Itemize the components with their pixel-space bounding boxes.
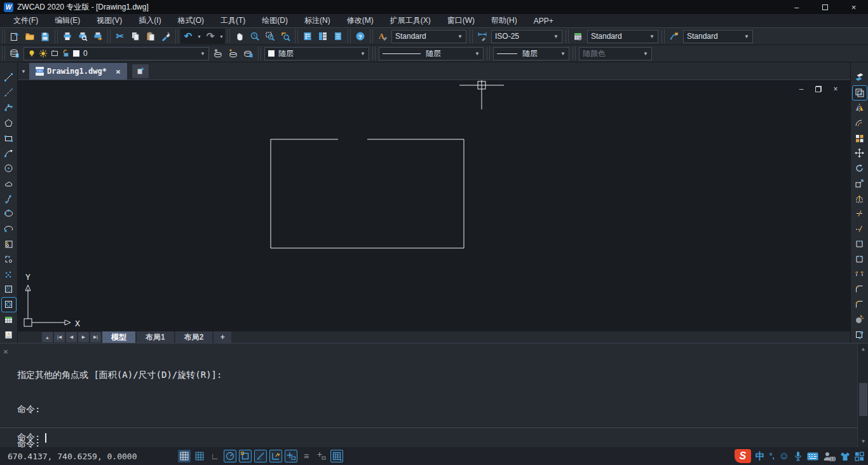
stretch-button[interactable] — [853, 191, 867, 205]
dim-style-icon[interactable] — [475, 29, 490, 44]
toolbox-icon[interactable] — [855, 449, 864, 463]
doc-tab-close-icon[interactable]: × — [116, 67, 121, 76]
layer-on-icon[interactable] — [27, 49, 36, 58]
break-at-point-button[interactable] — [853, 237, 867, 251]
dim-style-combobox[interactable]: ISO-25▼ — [491, 30, 562, 43]
tab-first-button[interactable]: |◀ — [54, 332, 65, 342]
layer-unlock-icon[interactable] — [62, 49, 71, 58]
layer-plot-icon[interactable] — [50, 49, 59, 58]
publish-button[interactable] — [90, 29, 105, 44]
point-button[interactable] — [2, 267, 16, 281]
chamfer-button[interactable] — [853, 282, 867, 296]
text-style-combobox[interactable]: Standard▼ — [391, 30, 466, 43]
text-style-icon[interactable]: A — [375, 29, 390, 44]
window-close-button[interactable]: × — [839, 0, 868, 14]
zoom-window-button[interactable] — [262, 29, 278, 44]
print-preview-button[interactable] — [75, 29, 90, 44]
menu-tools[interactable]: 工具(T) — [212, 14, 254, 28]
line-button[interactable] — [2, 71, 16, 85]
drawing-canvas[interactable]: – × Y X — [18, 80, 850, 331]
match-properties-button[interactable] — [158, 29, 173, 44]
mtext-button[interactable]: A — [2, 328, 16, 342]
toolbar-grip[interactable] — [227, 29, 230, 43]
array-button[interactable] — [853, 131, 867, 145]
menu-window[interactable]: 窗口(W) — [439, 14, 483, 28]
construction-line-button[interactable] — [2, 86, 16, 100]
break-button[interactable] — [853, 252, 867, 266]
toolbar-grip[interactable] — [370, 29, 373, 43]
table-button[interactable] — [2, 313, 16, 327]
join-button[interactable] — [853, 267, 867, 281]
help-button[interactable]: ? — [353, 29, 368, 44]
revision-cloud-button[interactable] — [2, 176, 16, 190]
explode-button[interactable] — [853, 313, 867, 327]
mleader-style-icon[interactable] — [667, 29, 682, 44]
toolbar-grip[interactable] — [470, 29, 473, 43]
doc-tab-menu-icon[interactable]: ▼ — [18, 63, 29, 80]
menu-insert[interactable]: 插入(I) — [130, 14, 169, 28]
toolbar-grip[interactable] — [295, 29, 298, 43]
move-button[interactable] — [853, 146, 867, 160]
redo-dropdown-icon[interactable]: ▼ — [218, 29, 225, 44]
toolbar-grip[interactable] — [2, 46, 5, 60]
spline-button[interactable] — [2, 191, 16, 205]
make-block-button[interactable] — [2, 252, 16, 266]
pan-button[interactable] — [232, 29, 247, 44]
tab-layout2[interactable]: 布局2 — [175, 331, 213, 343]
menu-draw[interactable]: 绘图(D) — [254, 14, 296, 28]
table-style-combobox[interactable]: Standard▼ — [587, 30, 658, 43]
cut-button[interactable]: ✂ — [112, 29, 128, 44]
tab-last-button[interactable]: ▶| — [90, 332, 101, 342]
toolbar-grip[interactable] — [258, 46, 261, 60]
zoom-realtime-button[interactable] — [247, 29, 262, 44]
plot-style-combobox[interactable]: 随颜色▼ — [579, 47, 652, 60]
new-document-tab-button[interactable] — [132, 64, 149, 78]
rotate-button[interactable] — [853, 162, 867, 176]
toolbar-grip[interactable] — [175, 29, 179, 43]
polyline-button[interactable] — [2, 101, 16, 115]
toolbar-grip[interactable] — [573, 46, 576, 60]
add-layout-button[interactable]: + — [214, 331, 231, 343]
undo-dropdown-icon[interactable]: ▼ — [196, 29, 203, 44]
layer-states-button[interactable] — [241, 46, 256, 61]
scale-button[interactable] — [853, 176, 867, 190]
print-button[interactable] — [60, 29, 75, 44]
scroll-down-icon[interactable]: ▲ — [858, 437, 868, 447]
scrollbar-thumb[interactable] — [859, 383, 867, 416]
command-scrollbar[interactable]: ▲ ▲ — [857, 344, 868, 447]
table-style-icon[interactable] — [571, 29, 586, 44]
save-button[interactable] — [37, 29, 53, 44]
window-minimize-button[interactable]: – — [782, 0, 811, 14]
circle-button[interactable] — [2, 162, 16, 176]
hatch-button[interactable] — [2, 282, 16, 296]
lineweight-combobox[interactable]: 随层▼ — [493, 47, 569, 60]
layer-freeze-icon[interactable] — [39, 49, 48, 58]
insert-block-button[interactable] — [2, 237, 16, 251]
menu-help[interactable]: 帮助(H) — [483, 14, 526, 28]
window-restore-button[interactable] — [811, 0, 839, 14]
tab-next-button[interactable]: ▶ — [78, 332, 89, 342]
menu-modify[interactable]: 修改(M) — [339, 14, 382, 28]
design-center-button[interactable] — [315, 29, 330, 44]
region-button[interactable] — [2, 298, 16, 312]
edit-block-button[interactable] — [853, 328, 867, 342]
toolbar-grip[interactable] — [661, 29, 665, 43]
toolbar-grip[interactable] — [487, 46, 490, 60]
rectangle-button[interactable] — [2, 131, 16, 145]
command-close-icon[interactable]: × — [3, 347, 8, 356]
new-button[interactable] — [7, 29, 22, 44]
mdi-close-button[interactable]: × — [830, 84, 841, 94]
copy-object-button[interactable] — [853, 86, 867, 100]
mleader-style-combobox[interactable]: Standard▼ — [683, 30, 753, 43]
open-button[interactable] — [22, 29, 37, 44]
layer-previous-button[interactable] — [226, 46, 241, 61]
erase-button[interactable] — [853, 71, 867, 85]
zoom-previous-button[interactable] — [278, 29, 293, 44]
arc-button[interactable] — [2, 146, 16, 160]
offset-button[interactable] — [853, 116, 867, 130]
make-object-layer-current-button[interactable] — [210, 46, 226, 61]
linetype-combobox[interactable]: 随层▼ — [379, 47, 484, 60]
layer-combobox[interactable]: 0 ▼ — [24, 47, 209, 60]
scroll-up-icon[interactable]: ▲ — [858, 344, 868, 354]
ellipse-arc-button[interactable] — [2, 222, 16, 236]
